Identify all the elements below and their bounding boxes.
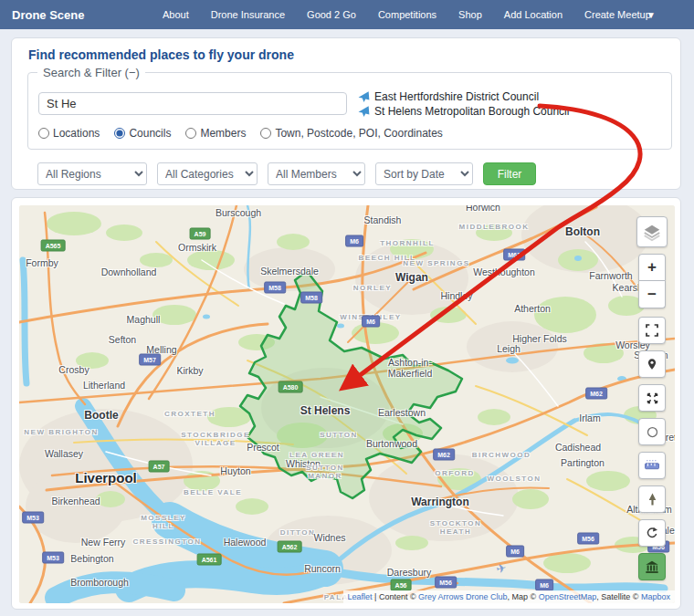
radio-label: Councils xyxy=(129,127,171,140)
zoom-in-button[interactable]: + xyxy=(638,254,666,281)
map-base xyxy=(19,205,675,603)
share-button[interactable] xyxy=(638,519,666,547)
circle-button[interactable] xyxy=(638,418,666,445)
chevron-down-icon[interactable]: ▼ xyxy=(647,10,656,20)
expand-arrows-button[interactable] xyxy=(638,384,666,412)
radio-label: Town, Postcode, POI, Coordinates xyxy=(275,127,442,140)
attribution-link[interactable]: Mapbox xyxy=(641,592,670,601)
navbar: Drone Scene AboutDrone InsuranceGood 2 G… xyxy=(0,0,694,29)
paper-plane-icon xyxy=(358,106,370,118)
attribution-text: , Satellite © xyxy=(596,592,641,601)
radio-input[interactable] xyxy=(38,128,49,139)
radio-locations[interactable]: Locations xyxy=(38,127,100,140)
radio-members[interactable]: Members xyxy=(185,127,246,140)
attribution-text: , Map © xyxy=(508,592,539,601)
filter-button[interactable]: Filter xyxy=(483,162,536,185)
attribution-link[interactable]: Grey Arrows Drone Club xyxy=(418,592,508,601)
attribution-link[interactable]: OpenStreetMap xyxy=(539,592,597,601)
radio-town-postcode-poi-coordinates[interactable]: Town, Postcode, POI, Coordinates xyxy=(260,127,442,140)
radio-label: Locations xyxy=(53,127,100,140)
radio-label: Members xyxy=(200,127,246,140)
radio-councils[interactable]: Councils xyxy=(114,127,171,140)
search-panel: Find recommended places to fly your dron… xyxy=(11,37,681,190)
radio-input[interactable] xyxy=(114,128,125,139)
nav-item-about[interactable]: About xyxy=(163,9,189,20)
brand-title: Drone Scene xyxy=(12,8,84,22)
nav-item-add-location[interactable]: Add Location xyxy=(504,9,563,20)
nav-item-create-meetup[interactable]: Create Meetup xyxy=(584,9,651,20)
search-filter-fieldset: Search & Filter (−) LocationsCouncilsMem… xyxy=(27,66,672,150)
radio-input[interactable] xyxy=(260,128,271,139)
suggestion-text: St Helens Metropolitan Borough Council xyxy=(374,105,569,118)
map-card: BurscoughHorwichStandishMIDDLEBROOKBolto… xyxy=(11,197,681,610)
search-input[interactable] xyxy=(38,92,347,115)
search-type-radios: LocationsCouncilsMembersTown, Postcode, … xyxy=(38,127,443,140)
suggestion-item[interactable]: St Helens Metropolitan Borough Council xyxy=(358,105,569,118)
select-all-members[interactable]: All Members xyxy=(268,162,365,185)
marker-button[interactable] xyxy=(638,350,666,378)
attribution-text: | Content © xyxy=(373,592,419,601)
attribution-link[interactable]: Leaflet xyxy=(348,592,373,601)
map-attribution: Leaflet | Content © Grey Arrows Drone Cl… xyxy=(343,590,675,603)
filter-row: All RegionsAll CategoriesAll MembersSort… xyxy=(37,162,536,185)
council-layer-button[interactable] xyxy=(638,553,666,580)
paper-plane-icon xyxy=(358,91,370,103)
measure-button[interactable] xyxy=(638,452,666,479)
select-sort-by-date[interactable]: Sort by Date xyxy=(375,162,473,185)
nav-item-good-2-go[interactable]: Good 2 Go xyxy=(307,9,356,20)
autocomplete-results: East Hertfordshire District CouncilSt He… xyxy=(358,90,569,118)
map[interactable]: BurscoughHorwichStandishMIDDLEBROOKBolto… xyxy=(19,205,675,603)
nav-menu: AboutDrone InsuranceGood 2 GoCompetition… xyxy=(163,9,651,20)
nav-item-shop[interactable]: Shop xyxy=(458,9,482,20)
select-all-categories[interactable]: All Categories xyxy=(157,162,258,185)
page-title: Find recommended places to fly your dron… xyxy=(28,47,294,62)
locate-arrow-button[interactable] xyxy=(638,485,666,513)
search-filter-legend[interactable]: Search & Filter (−) xyxy=(37,66,145,79)
nav-item-drone-insurance[interactable]: Drone Insurance xyxy=(211,9,285,20)
radio-input[interactable] xyxy=(185,128,196,139)
select-all-regions[interactable]: All Regions xyxy=(37,162,147,185)
fullscreen-button[interactable] xyxy=(638,317,666,344)
suggestion-item[interactable]: East Hertfordshire District Council xyxy=(358,90,569,103)
zoom-out-button[interactable]: − xyxy=(638,281,666,308)
nav-item-competitions[interactable]: Competitions xyxy=(378,9,436,20)
suggestion-text: East Hertfordshire District Council xyxy=(374,90,539,103)
map-controls: +− xyxy=(636,216,668,587)
layers-button[interactable] xyxy=(636,216,668,247)
